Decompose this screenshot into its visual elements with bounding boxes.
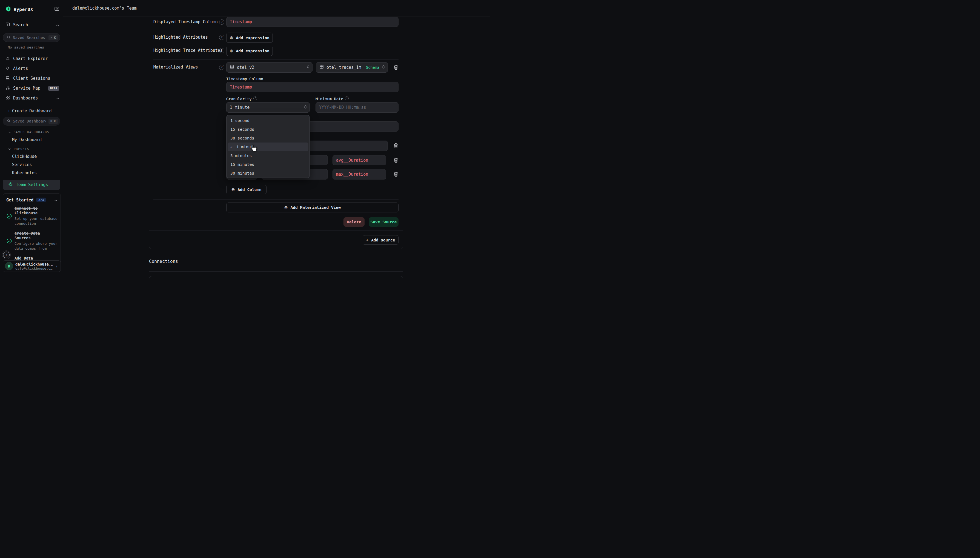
- schema-link[interactable]: Schema: [366, 65, 380, 70]
- sidebar-item-label: Client Sessions: [13, 76, 59, 81]
- database-icon: [230, 65, 234, 70]
- sidebar-item-client-sessions[interactable]: Client Sessions: [0, 74, 63, 83]
- delete-column-button[interactable]: [394, 158, 398, 164]
- divider: [154, 29, 399, 30]
- plus-circle-icon: ⊕: [229, 48, 233, 53]
- dashboards-icon: [5, 95, 10, 101]
- delete-source-button[interactable]: Delete: [344, 217, 365, 226]
- chevron-up-icon[interactable]: [56, 23, 59, 28]
- help-icon[interactable]: ?: [254, 97, 257, 100]
- sidebar-item-services[interactable]: Services: [12, 162, 63, 167]
- column-alias-input[interactable]: [332, 155, 386, 165]
- add-source-button[interactable]: + Add source: [363, 235, 399, 245]
- dropdown-option-selected[interactable]: ✓ 1 minute: [227, 143, 308, 151]
- delete-column-button[interactable]: [394, 143, 398, 149]
- create-dashboard-button[interactable]: + Create Dashboard: [8, 108, 63, 113]
- chevron-up-icon[interactable]: [54, 197, 57, 202]
- search-icon: [7, 35, 11, 40]
- highlighted-attributes-label: Highlighted Attributes: [154, 35, 208, 40]
- step-title: Create Data Sources: [15, 231, 58, 240]
- table-select-value: otel_traces_1m: [327, 65, 363, 70]
- add-expression-button[interactable]: ⊕ Add expression: [226, 33, 273, 43]
- chevron-down-icon: [8, 147, 11, 151]
- delete-view-button[interactable]: [394, 65, 398, 71]
- dropdown-option[interactable]: 30 seconds: [227, 134, 308, 143]
- connections-card: [149, 276, 403, 279]
- check-circle-icon: [6, 238, 12, 244]
- help-icon[interactable]: ?: [219, 48, 224, 53]
- dropdown-option[interactable]: 15 seconds: [227, 125, 308, 134]
- saved-searches-input[interactable]: ⌘ K: [3, 33, 60, 42]
- hyperdx-logo-icon: [5, 6, 11, 13]
- get-started-step-sources[interactable]: Create Data Sources Configure where your…: [3, 228, 61, 253]
- granularity-select[interactable]: 1 minute: [226, 102, 310, 113]
- get-started-step-connect[interactable]: Connect to ClickHouse Set up your databa…: [3, 204, 61, 228]
- search-icon: [7, 119, 11, 124]
- dropdown-option[interactable]: 30 minutes: [227, 169, 308, 177]
- dropdown-option[interactable]: 5 minutes: [227, 151, 308, 160]
- divider: [149, 271, 403, 272]
- divider: [154, 199, 399, 200]
- help-button[interactable]: ?: [2, 251, 11, 259]
- saved-dashboards-input[interactable]: ⌘ K: [3, 117, 60, 126]
- table-select[interactable]: otel_traces_1m Schema: [316, 62, 388, 73]
- view-select[interactable]: otel_v2: [226, 62, 312, 73]
- plus-circle-icon: ⊕: [284, 205, 288, 210]
- team-settings-label: Team Settings: [16, 182, 48, 187]
- add-column-button[interactable]: ⊕ Add Column: [226, 185, 267, 194]
- highlighted-trace-attributes-label: Highlighted Trace Attributes: [154, 48, 223, 53]
- updown-chevrons-icon: [307, 65, 309, 70]
- help-icon[interactable]: ?: [219, 20, 224, 25]
- sidebar-item-chart-explorer[interactable]: Chart Explorer: [0, 54, 63, 64]
- sidebar: HyperDX Search ⌘ K No saved searches: [0, 0, 63, 279]
- app-root: HyperDX Search ⌘ K No saved searches: [0, 0, 490, 279]
- group-label: SAVED DASHBOARDS: [14, 130, 49, 134]
- dropdown-option[interactable]: 15 minutes: [227, 160, 308, 169]
- sidebar-item-dashboards[interactable]: Dashboards: [0, 93, 63, 103]
- timestamp-column-input[interactable]: [226, 82, 399, 92]
- dropdown-option[interactable]: 1 second: [227, 116, 308, 125]
- laptop-icon: [5, 75, 10, 81]
- add-trace-expression-button[interactable]: ⊕ Add expression: [226, 46, 273, 56]
- plus-circle-icon: ⊕: [231, 187, 235, 192]
- text-caret: [250, 105, 250, 110]
- table-icon: [319, 65, 324, 70]
- mouse-cursor: [251, 144, 257, 153]
- saved-dashboards-group[interactable]: SAVED DASHBOARDS: [8, 130, 63, 134]
- help-icon[interactable]: ?: [219, 35, 224, 40]
- column-alias-input[interactable]: [332, 169, 386, 179]
- sidebar-item-team-settings[interactable]: Team Settings: [3, 180, 60, 190]
- collapse-sidebar-icon[interactable]: [54, 7, 59, 12]
- save-source-button[interactable]: Save Source: [369, 217, 399, 226]
- no-saved-searches-text: No saved searches: [8, 45, 63, 49]
- step-title: Connect to ClickHouse: [15, 206, 58, 215]
- user-name: dale@clickhouse.…: [15, 262, 53, 266]
- help-icon[interactable]: ?: [345, 97, 348, 100]
- displayed-timestamp-label: Displayed Timestamp Column: [154, 20, 218, 25]
- add-materialized-view-button[interactable]: ⊕ Add Materialized View: [226, 202, 399, 212]
- step-desc: Set up your database connection: [15, 216, 58, 226]
- displayed-timestamp-input[interactable]: [226, 17, 399, 27]
- search-section-icon: [5, 22, 10, 28]
- sidebar-item-clickhouse[interactable]: ClickHouse: [12, 154, 63, 159]
- sidebar-item-alerts[interactable]: Alerts: [0, 64, 63, 74]
- divider: [149, 230, 403, 231]
- get-started-card: Get Started 2/3 Connect to ClickHouse Se…: [3, 194, 61, 270]
- delete-column-button[interactable]: [394, 172, 398, 178]
- user-menu[interactable]: D dale@clickhouse.… dale@clickhouse.c… ›: [3, 260, 61, 272]
- presets-group[interactable]: PRESETS: [8, 147, 63, 151]
- sidebar-item-my-dashboard[interactable]: My Dashboard: [12, 137, 63, 142]
- sidebar-item-search[interactable]: Search: [0, 20, 63, 30]
- sidebar-item-label: Search: [13, 23, 53, 28]
- brand-name: HyperDX: [14, 7, 52, 12]
- sidebar-item-service-map[interactable]: Service Map BETA: [0, 83, 63, 93]
- sidebar-item-kubernetes[interactable]: Kubernetes: [12, 171, 63, 176]
- progress-badge: 2/3: [36, 198, 46, 202]
- minimum-date-input[interactable]: [316, 102, 399, 113]
- step-desc: Configure where your data comes from: [15, 241, 58, 251]
- step-title: Add Data: [15, 256, 52, 261]
- create-dashboard-label: Create Dashboard: [12, 108, 52, 113]
- chevron-up-icon[interactable]: [56, 96, 59, 100]
- gear-icon: [8, 182, 13, 187]
- help-icon[interactable]: ?: [219, 65, 224, 70]
